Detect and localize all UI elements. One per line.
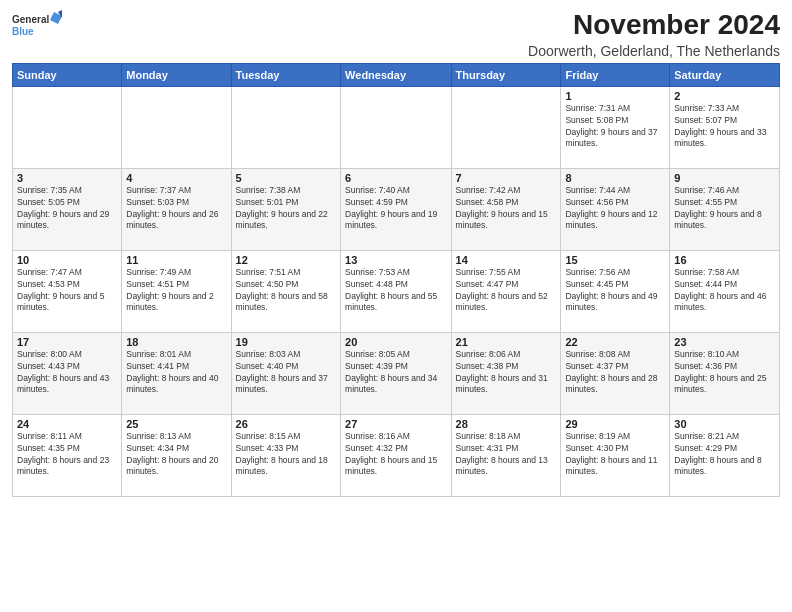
day-info: Sunrise: 7:35 AM Sunset: 5:05 PM Dayligh… [17, 185, 117, 233]
table-row: 6Sunrise: 7:40 AM Sunset: 4:59 PM Daylig… [341, 168, 451, 250]
day-number: 26 [236, 418, 336, 430]
calendar-week-3: 10Sunrise: 7:47 AM Sunset: 4:53 PM Dayli… [13, 250, 780, 332]
calendar-header-row: Sunday Monday Tuesday Wednesday Thursday… [13, 63, 780, 86]
day-info: Sunrise: 8:21 AM Sunset: 4:29 PM Dayligh… [674, 431, 775, 479]
day-number: 12 [236, 254, 336, 266]
day-info: Sunrise: 7:51 AM Sunset: 4:50 PM Dayligh… [236, 267, 336, 315]
table-row: 18Sunrise: 8:01 AM Sunset: 4:41 PM Dayli… [122, 332, 231, 414]
table-row [341, 86, 451, 168]
table-row: 25Sunrise: 8:13 AM Sunset: 4:34 PM Dayli… [122, 414, 231, 496]
table-row: 24Sunrise: 8:11 AM Sunset: 4:35 PM Dayli… [13, 414, 122, 496]
location-title: Doorwerth, Gelderland, The Netherlands [528, 43, 780, 59]
day-number: 17 [17, 336, 117, 348]
day-number: 10 [17, 254, 117, 266]
day-info: Sunrise: 8:08 AM Sunset: 4:37 PM Dayligh… [565, 349, 665, 397]
day-number: 14 [456, 254, 557, 266]
table-row: 20Sunrise: 8:05 AM Sunset: 4:39 PM Dayli… [341, 332, 451, 414]
table-row: 12Sunrise: 7:51 AM Sunset: 4:50 PM Dayli… [231, 250, 340, 332]
day-info: Sunrise: 7:58 AM Sunset: 4:44 PM Dayligh… [674, 267, 775, 315]
calendar-week-4: 17Sunrise: 8:00 AM Sunset: 4:43 PM Dayli… [13, 332, 780, 414]
day-info: Sunrise: 8:13 AM Sunset: 4:34 PM Dayligh… [126, 431, 226, 479]
table-row [122, 86, 231, 168]
table-row: 28Sunrise: 8:18 AM Sunset: 4:31 PM Dayli… [451, 414, 561, 496]
day-number: 19 [236, 336, 336, 348]
table-row: 22Sunrise: 8:08 AM Sunset: 4:37 PM Dayli… [561, 332, 670, 414]
day-info: Sunrise: 7:37 AM Sunset: 5:03 PM Dayligh… [126, 185, 226, 233]
day-info: Sunrise: 8:03 AM Sunset: 4:40 PM Dayligh… [236, 349, 336, 397]
table-row: 11Sunrise: 7:49 AM Sunset: 4:51 PM Dayli… [122, 250, 231, 332]
day-number: 9 [674, 172, 775, 184]
day-info: Sunrise: 7:44 AM Sunset: 4:56 PM Dayligh… [565, 185, 665, 233]
day-info: Sunrise: 8:11 AM Sunset: 4:35 PM Dayligh… [17, 431, 117, 479]
day-info: Sunrise: 8:05 AM Sunset: 4:39 PM Dayligh… [345, 349, 446, 397]
svg-text:Blue: Blue [12, 26, 34, 37]
table-row: 23Sunrise: 8:10 AM Sunset: 4:36 PM Dayli… [670, 332, 780, 414]
day-info: Sunrise: 8:01 AM Sunset: 4:41 PM Dayligh… [126, 349, 226, 397]
day-number: 18 [126, 336, 226, 348]
table-row [13, 86, 122, 168]
calendar-week-5: 24Sunrise: 8:11 AM Sunset: 4:35 PM Dayli… [13, 414, 780, 496]
day-info: Sunrise: 7:49 AM Sunset: 4:51 PM Dayligh… [126, 267, 226, 315]
day-info: Sunrise: 7:42 AM Sunset: 4:58 PM Dayligh… [456, 185, 557, 233]
table-row: 3Sunrise: 7:35 AM Sunset: 5:05 PM Daylig… [13, 168, 122, 250]
day-number: 22 [565, 336, 665, 348]
table-row [231, 86, 340, 168]
day-info: Sunrise: 7:47 AM Sunset: 4:53 PM Dayligh… [17, 267, 117, 315]
day-number: 3 [17, 172, 117, 184]
day-info: Sunrise: 8:18 AM Sunset: 4:31 PM Dayligh… [456, 431, 557, 479]
day-number: 23 [674, 336, 775, 348]
day-number: 7 [456, 172, 557, 184]
col-tuesday: Tuesday [231, 63, 340, 86]
table-row: 7Sunrise: 7:42 AM Sunset: 4:58 PM Daylig… [451, 168, 561, 250]
day-number: 11 [126, 254, 226, 266]
day-info: Sunrise: 8:19 AM Sunset: 4:30 PM Dayligh… [565, 431, 665, 479]
day-info: Sunrise: 8:15 AM Sunset: 4:33 PM Dayligh… [236, 431, 336, 479]
table-row: 26Sunrise: 8:15 AM Sunset: 4:33 PM Dayli… [231, 414, 340, 496]
day-info: Sunrise: 7:31 AM Sunset: 5:08 PM Dayligh… [565, 103, 665, 151]
table-row: 15Sunrise: 7:56 AM Sunset: 4:45 PM Dayli… [561, 250, 670, 332]
table-row: 17Sunrise: 8:00 AM Sunset: 4:43 PM Dayli… [13, 332, 122, 414]
calendar-week-2: 3Sunrise: 7:35 AM Sunset: 5:05 PM Daylig… [13, 168, 780, 250]
day-info: Sunrise: 7:55 AM Sunset: 4:47 PM Dayligh… [456, 267, 557, 315]
header: General Blue November 2024 Doorwerth, Ge… [12, 10, 780, 59]
logo: General Blue [12, 10, 62, 46]
table-row: 2Sunrise: 7:33 AM Sunset: 5:07 PM Daylig… [670, 86, 780, 168]
page: General Blue November 2024 Doorwerth, Ge… [0, 0, 792, 612]
day-number: 20 [345, 336, 446, 348]
table-row: 10Sunrise: 7:47 AM Sunset: 4:53 PM Dayli… [13, 250, 122, 332]
day-number: 5 [236, 172, 336, 184]
table-row: 19Sunrise: 8:03 AM Sunset: 4:40 PM Dayli… [231, 332, 340, 414]
day-number: 13 [345, 254, 446, 266]
col-monday: Monday [122, 63, 231, 86]
table-row [451, 86, 561, 168]
calendar-week-1: 1Sunrise: 7:31 AM Sunset: 5:08 PM Daylig… [13, 86, 780, 168]
table-row: 1Sunrise: 7:31 AM Sunset: 5:08 PM Daylig… [561, 86, 670, 168]
table-row: 13Sunrise: 7:53 AM Sunset: 4:48 PM Dayli… [341, 250, 451, 332]
col-sunday: Sunday [13, 63, 122, 86]
day-number: 21 [456, 336, 557, 348]
table-row: 8Sunrise: 7:44 AM Sunset: 4:56 PM Daylig… [561, 168, 670, 250]
day-info: Sunrise: 8:06 AM Sunset: 4:38 PM Dayligh… [456, 349, 557, 397]
col-saturday: Saturday [670, 63, 780, 86]
day-info: Sunrise: 7:53 AM Sunset: 4:48 PM Dayligh… [345, 267, 446, 315]
day-info: Sunrise: 7:56 AM Sunset: 4:45 PM Dayligh… [565, 267, 665, 315]
day-info: Sunrise: 8:16 AM Sunset: 4:32 PM Dayligh… [345, 431, 446, 479]
day-info: Sunrise: 7:38 AM Sunset: 5:01 PM Dayligh… [236, 185, 336, 233]
day-number: 2 [674, 90, 775, 102]
day-info: Sunrise: 8:10 AM Sunset: 4:36 PM Dayligh… [674, 349, 775, 397]
col-friday: Friday [561, 63, 670, 86]
table-row: 30Sunrise: 8:21 AM Sunset: 4:29 PM Dayli… [670, 414, 780, 496]
col-thursday: Thursday [451, 63, 561, 86]
day-number: 8 [565, 172, 665, 184]
day-number: 29 [565, 418, 665, 430]
table-row: 16Sunrise: 7:58 AM Sunset: 4:44 PM Dayli… [670, 250, 780, 332]
title-section: November 2024 Doorwerth, Gelderland, The… [528, 10, 780, 59]
day-info: Sunrise: 7:46 AM Sunset: 4:55 PM Dayligh… [674, 185, 775, 233]
table-row: 9Sunrise: 7:46 AM Sunset: 4:55 PM Daylig… [670, 168, 780, 250]
day-number: 6 [345, 172, 446, 184]
month-title: November 2024 [528, 10, 780, 41]
day-info: Sunrise: 8:00 AM Sunset: 4:43 PM Dayligh… [17, 349, 117, 397]
day-number: 1 [565, 90, 665, 102]
logo-svg: General Blue [12, 10, 62, 46]
svg-text:General: General [12, 14, 49, 25]
